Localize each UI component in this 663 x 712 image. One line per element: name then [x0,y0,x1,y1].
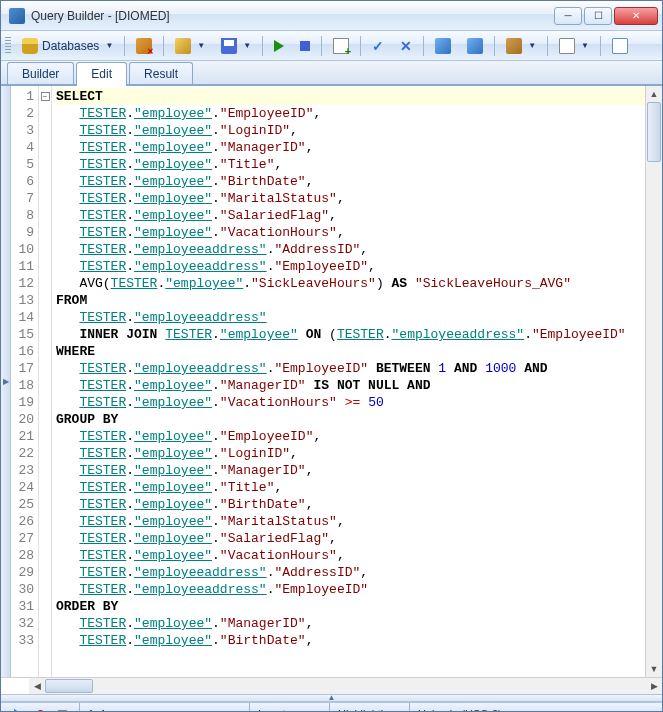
fold-toggle[interactable]: − [41,92,50,101]
encoding[interactable]: Unicode (USC-2) [410,703,662,712]
chevron-right-icon: ▶ [3,377,9,386]
separator [321,36,322,56]
sql-icon [467,38,483,54]
toolbar: Databases ▼ ▼ ▼ ✓ ✕ ▼ ▼ [1,31,662,61]
scroll-left-icon[interactable]: ◀ [29,678,45,694]
stop-button[interactable] [293,35,317,57]
titlebar: Query Builder - [DIOMED] ─ ☐ ✕ [1,1,662,31]
side-splitter[interactable]: ▶ [1,86,11,677]
scroll-thumb[interactable] [647,102,661,162]
vertical-scrollbar[interactable]: ▲ ▼ [645,86,662,677]
code-editor[interactable]: 1234567891011121314151617181920212223242… [11,86,662,677]
clipboard-icon [506,38,522,54]
app-icon [9,8,25,24]
add-icon [333,38,349,54]
open-button[interactable]: ▼ [168,35,212,57]
clipboard-button[interactable]: ▼ [499,35,543,57]
macro-record-button[interactable] [31,706,49,712]
chevron-down-icon: ▼ [528,41,536,50]
macro-play-button[interactable] [9,706,27,712]
doc-button[interactable]: ▼ [552,35,596,57]
check-icon: ✓ [372,38,384,54]
line-number-gutter: 1234567891011121314151617181920212223242… [11,86,39,677]
delete-button[interactable] [129,35,159,57]
macro-stop-button[interactable] [53,706,71,712]
document-icon [559,38,575,54]
execute-button[interactable] [267,35,291,57]
separator [360,36,361,56]
horizontal-splitter[interactable]: ▲ [1,694,662,702]
maximize-button[interactable]: ☐ [584,7,612,25]
doc-button-2[interactable] [605,35,635,57]
check-button[interactable]: ✓ [365,35,391,57]
editor-area: ▶ 12345678910111213141516171819202122232… [1,86,662,677]
minimize-button[interactable]: ─ [554,7,582,25]
scroll-thumb[interactable] [45,679,93,693]
tab-bar: Builder Edit Result [1,61,662,86]
scroll-down-icon[interactable]: ▼ [646,661,662,677]
tab-builder[interactable]: Builder [7,62,74,84]
sql-button-2[interactable] [460,35,490,57]
sql-button-1[interactable] [428,35,458,57]
stop-icon [300,41,310,51]
highlighting-mode[interactable]: Highlighting [330,703,410,712]
separator [494,36,495,56]
scroll-right-icon[interactable]: ▶ [646,678,662,694]
folder-icon [175,38,191,54]
tab-result[interactable]: Result [129,62,193,84]
delete-icon [136,38,152,54]
databases-button[interactable]: Databases ▼ [15,35,120,57]
cursor-position: 1: 1 [80,703,250,712]
play-icon [274,40,284,52]
separator [423,36,424,56]
horizontal-scroll-row: ◀ ▶ [1,677,662,694]
databases-label: Databases [42,39,99,53]
chevron-down-icon: ▼ [197,41,205,50]
add-button[interactable] [326,35,356,57]
close-button[interactable]: ✕ [614,7,658,25]
chevron-down-icon: ▼ [243,41,251,50]
toolbar-grip[interactable] [5,37,11,55]
window-title: Query Builder - [DIOMED] [31,9,554,23]
scroll-up-icon[interactable]: ▲ [646,86,662,102]
separator [600,36,601,56]
statusbar: 1: 1 Insert Highlighting Unicode (USC-2) [1,702,662,712]
separator [163,36,164,56]
cancel-button[interactable]: ✕ [393,35,419,57]
tab-edit[interactable]: Edit [76,62,127,86]
chevron-down-icon: ▼ [105,41,113,50]
horizontal-scrollbar[interactable]: ◀ ▶ [29,678,662,694]
sql-icon [435,38,451,54]
separator [547,36,548,56]
save-icon [221,38,237,54]
separator [262,36,263,56]
database-icon [22,38,38,54]
insert-mode[interactable]: Insert [250,703,330,712]
chevron-down-icon: ▼ [581,41,589,50]
x-icon: ✕ [400,38,412,54]
separator [124,36,125,56]
code-content[interactable]: SELECT TESTER."employee"."EmployeeID", T… [52,86,645,677]
save-button[interactable]: ▼ [214,35,258,57]
document-icon [612,38,628,54]
fold-column: − [39,86,52,677]
